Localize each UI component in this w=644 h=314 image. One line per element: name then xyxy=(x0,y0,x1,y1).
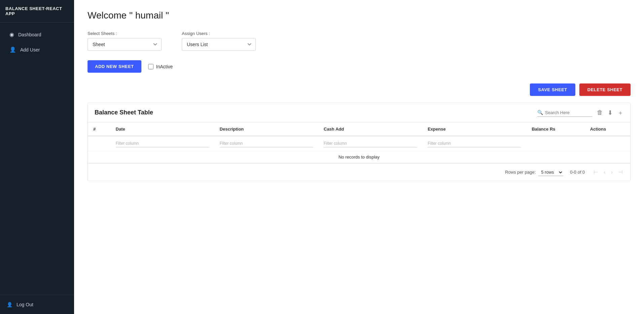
pagination-info: 0-0 of 0 xyxy=(570,170,585,175)
save-sheet-button[interactable]: SAVE SHEET xyxy=(530,83,575,96)
search-box[interactable]: 🔍 xyxy=(537,108,592,117)
next-page-button[interactable]: › xyxy=(609,168,615,177)
assign-users-group: Assign Users : Users List xyxy=(182,31,256,51)
filter-num xyxy=(88,136,110,151)
data-table: # Date Description Cash Add Expense Bala… xyxy=(88,122,630,163)
sidebar-item-label-add-user: Add User xyxy=(20,47,40,53)
logout-button[interactable]: 👤 Log Out xyxy=(0,295,74,314)
first-page-button[interactable]: ⊢ xyxy=(591,168,600,177)
app-title: BALANCE SHEET-REACT APP xyxy=(0,0,74,23)
select-sheets-label: Select Sheets : xyxy=(88,31,162,36)
search-icon: 🔍 xyxy=(537,110,543,115)
delete-sheet-button[interactable]: DELETE SHEET xyxy=(579,83,631,96)
search-input[interactable] xyxy=(545,110,592,115)
form-row: Select Sheets : Sheet Assign Users : Use… xyxy=(88,31,631,51)
pagination-controls: ⊢ ‹ › ⊣ xyxy=(591,168,625,177)
filter-expense-input[interactable] xyxy=(428,140,521,147)
filter-description[interactable] xyxy=(214,136,318,151)
filter-cash-add[interactable] xyxy=(318,136,422,151)
table-toolbar: 🔍 🗑 ⬇ ＋ xyxy=(537,108,623,117)
no-records-message: No records to display xyxy=(88,151,630,163)
filter-date-input[interactable] xyxy=(116,140,209,147)
col-balance-rs: Balance Rs xyxy=(526,123,584,136)
logout-label: Log Out xyxy=(16,302,33,307)
sidebar: BALANCE SHEET-REACT APP ◉ Dashboard 👤 Ad… xyxy=(0,0,74,314)
table-container: Balance Sheet Table 🔍 🗑 ⬇ ＋ # Date Descr… xyxy=(88,103,631,181)
rows-per-page-group: Rows per page: 5 rows 10 rows 25 rows xyxy=(505,169,563,176)
no-records-row: No records to display xyxy=(88,151,630,163)
col-expense: Expense xyxy=(422,123,526,136)
sidebar-item-label-dashboard: Dashboard xyxy=(18,32,41,37)
filter-balance-rs xyxy=(526,136,584,151)
inactive-group: InActive xyxy=(148,64,173,69)
col-date: Date xyxy=(110,123,214,136)
table-header: Balance Sheet Table 🔍 🗑 ⬇ ＋ xyxy=(88,103,630,122)
delete-icon[interactable]: 🗑 xyxy=(597,109,603,116)
select-sheets-group: Select Sheets : Sheet xyxy=(88,31,162,51)
table-footer: Rows per page: 5 rows 10 rows 25 rows 0-… xyxy=(88,163,630,181)
add-new-sheet-button[interactable]: ADD NEW SHEET xyxy=(88,60,141,73)
add-row-icon[interactable]: ＋ xyxy=(617,109,623,117)
col-actions: Actions xyxy=(585,123,630,136)
filter-date[interactable] xyxy=(110,136,214,151)
sidebar-item-dashboard[interactable]: ◉ Dashboard xyxy=(3,27,71,42)
filter-expense[interactable] xyxy=(422,136,526,151)
dashboard-icon: ◉ xyxy=(9,31,14,38)
sidebar-nav: ◉ Dashboard 👤 Add User xyxy=(0,23,74,295)
rows-per-page-select[interactable]: 5 rows 10 rows 25 rows xyxy=(538,169,563,176)
table-header-row: # Date Description Cash Add Expense Bala… xyxy=(88,123,630,136)
sidebar-item-add-user[interactable]: 👤 Add User xyxy=(3,42,71,57)
welcome-title: Welcome " humail " xyxy=(88,10,631,21)
col-cash-add: Cash Add xyxy=(318,123,422,136)
prev-page-button[interactable]: ‹ xyxy=(602,168,607,177)
download-icon[interactable]: ⬇ xyxy=(608,109,613,116)
filter-actions xyxy=(585,136,630,151)
last-page-button[interactable]: ⊣ xyxy=(616,168,625,177)
filter-description-input[interactable] xyxy=(220,140,313,147)
action-row: ADD NEW SHEET InActive xyxy=(88,60,631,73)
sheet-actions: SAVE SHEET DELETE SHEET xyxy=(88,83,631,96)
main-content: Welcome " humail " Select Sheets : Sheet… xyxy=(74,0,644,314)
logout-icon: 👤 xyxy=(7,302,12,307)
add-user-icon: 👤 xyxy=(9,46,16,53)
inactive-label[interactable]: InActive xyxy=(156,64,173,69)
table-title: Balance Sheet Table xyxy=(95,109,153,116)
sheet-select[interactable]: Sheet xyxy=(88,38,162,51)
col-description: Description xyxy=(214,123,318,136)
filter-cash-add-input[interactable] xyxy=(324,140,417,147)
col-num: # xyxy=(88,123,110,136)
rows-per-page-label: Rows per page: xyxy=(505,170,536,175)
assign-users-label: Assign Users : xyxy=(182,31,256,36)
users-list-select[interactable]: Users List xyxy=(182,38,256,51)
inactive-checkbox[interactable] xyxy=(148,64,154,69)
filter-row xyxy=(88,136,630,151)
